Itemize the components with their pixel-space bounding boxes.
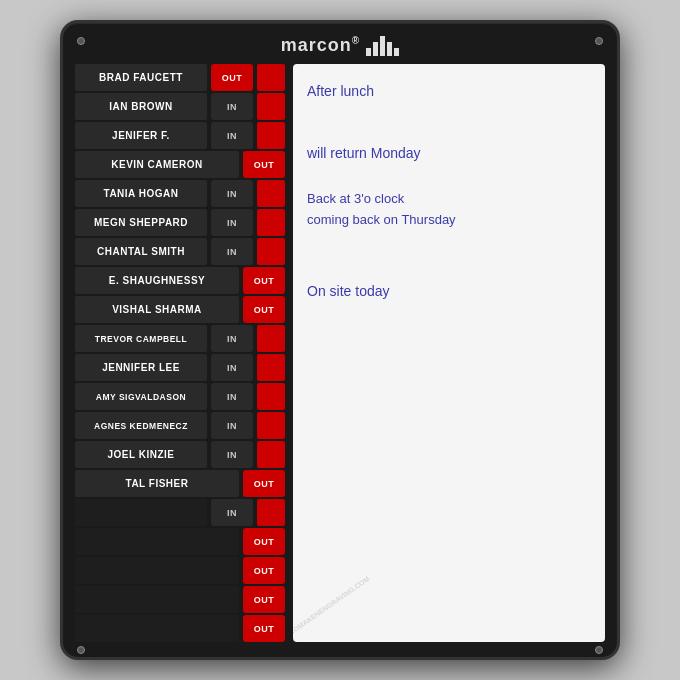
- name-label: JOEL KINZIE: [75, 441, 207, 468]
- name-label: AGNES KEDMENECZ: [75, 412, 207, 439]
- name-label: CHANTAL SMITH: [75, 238, 207, 265]
- red-indicator: [257, 209, 285, 236]
- in-button[interactable]: IN: [211, 209, 253, 236]
- table-row: KEVIN CAMERONOUT: [75, 151, 285, 178]
- out-button[interactable]: OUT: [243, 267, 285, 294]
- name-label: TREVOR CAMPBELL: [75, 325, 207, 352]
- in-button[interactable]: IN: [211, 383, 253, 410]
- screw-top-right: [595, 37, 603, 45]
- whiteboard-line3: Back at 3'o clock: [307, 189, 591, 210]
- red-indicator: [257, 441, 285, 468]
- table-row: E. SHAUGHNESSYOUT: [75, 267, 285, 294]
- red-indicator: [257, 64, 285, 91]
- name-label: [75, 499, 207, 526]
- table-row: BRAD FAUCETTOUT: [75, 64, 285, 91]
- table-row: OUT: [75, 528, 285, 555]
- name-label: E. SHAUGHNESSY: [75, 267, 239, 294]
- table-row: IAN BROWNIN: [75, 93, 285, 120]
- brand-name: marcon®: [281, 35, 360, 56]
- table-row: MEGN SHEPPARDIN: [75, 209, 285, 236]
- name-label: TAL FISHER: [75, 470, 239, 497]
- table-row: IN: [75, 499, 285, 526]
- out-button[interactable]: OUT: [243, 586, 285, 613]
- red-indicator: [257, 499, 285, 526]
- in-button[interactable]: IN: [211, 441, 253, 468]
- out-button[interactable]: OUT: [243, 470, 285, 497]
- table-row: TREVOR CAMPBELLIN: [75, 325, 285, 352]
- out-button[interactable]: OUT: [243, 528, 285, 555]
- footer-screws: [75, 646, 605, 654]
- board-header: marcon®: [75, 35, 605, 56]
- table-row: JENIFER F.IN: [75, 122, 285, 149]
- in-button[interactable]: IN: [211, 325, 253, 352]
- red-indicator: [257, 122, 285, 149]
- out-button[interactable]: OUT: [243, 151, 285, 178]
- name-label: [75, 615, 239, 642]
- red-indicator: [257, 93, 285, 120]
- in-button[interactable]: IN: [211, 93, 253, 120]
- table-row: TANIA HOGANIN: [75, 180, 285, 207]
- table-row: AGNES KEDMENECZIN: [75, 412, 285, 439]
- name-label: [75, 528, 239, 555]
- brand-icon: [366, 36, 399, 56]
- name-label: [75, 557, 239, 584]
- red-indicator: [257, 383, 285, 410]
- table-row: OUT: [75, 586, 285, 613]
- main-board: marcon® BRAD FAUCETTOUTIAN BROWNINJENIFE…: [60, 20, 620, 660]
- out-button[interactable]: OUT: [243, 557, 285, 584]
- screw-bottom-left: [77, 646, 85, 654]
- red-indicator: [257, 238, 285, 265]
- name-label: KEVIN CAMERON: [75, 151, 239, 178]
- whiteboard: After lunch will return Monday Back at 3…: [293, 64, 605, 642]
- table-row: OUT: [75, 615, 285, 642]
- name-label: TANIA HOGAN: [75, 180, 207, 207]
- table-row: OUT: [75, 557, 285, 584]
- table-row: TAL FISHEROUT: [75, 470, 285, 497]
- brand-logo: marcon®: [281, 35, 399, 56]
- whiteboard-line1: After lunch: [307, 80, 591, 102]
- red-indicator: [257, 325, 285, 352]
- name-label: MEGN SHEPPARD: [75, 209, 207, 236]
- table-row: CHANTAL SMITHIN: [75, 238, 285, 265]
- name-label: AMY SIGVALDASON: [75, 383, 207, 410]
- in-button[interactable]: IN: [211, 499, 253, 526]
- name-label: JENNIFER LEE: [75, 354, 207, 381]
- table-row: JOEL KINZIEIN: [75, 441, 285, 468]
- watermark: COMAKENENGRAVING.COM: [299, 576, 359, 636]
- name-label: IAN BROWN: [75, 93, 207, 120]
- name-label: VISHAL SHARMA: [75, 296, 239, 323]
- left-panel: BRAD FAUCETTOUTIAN BROWNINJENIFER F.INKE…: [75, 64, 285, 642]
- in-button[interactable]: IN: [211, 122, 253, 149]
- out-button[interactable]: OUT: [243, 296, 285, 323]
- in-button[interactable]: IN: [211, 412, 253, 439]
- whiteboard-line5: On site today: [307, 280, 591, 302]
- red-indicator: [257, 412, 285, 439]
- board-content: BRAD FAUCETTOUTIAN BROWNINJENIFER F.INKE…: [75, 64, 605, 642]
- in-button[interactable]: IN: [211, 354, 253, 381]
- whiteboard-line4: coming back on Thursday: [307, 210, 591, 231]
- name-label: [75, 586, 239, 613]
- table-row: AMY SIGVALDASONIN: [75, 383, 285, 410]
- table-row: JENNIFER LEEIN: [75, 354, 285, 381]
- red-indicator: [257, 180, 285, 207]
- whiteboard-line2: will return Monday: [307, 142, 591, 164]
- in-button[interactable]: IN: [211, 238, 253, 265]
- out-button[interactable]: OUT: [243, 615, 285, 642]
- table-row: VISHAL SHARMAOUT: [75, 296, 285, 323]
- in-button[interactable]: IN: [211, 180, 253, 207]
- screw-top-left: [77, 37, 85, 45]
- red-indicator: [257, 354, 285, 381]
- screw-bottom-right: [595, 646, 603, 654]
- name-label: BRAD FAUCETT: [75, 64, 207, 91]
- name-label: JENIFER F.: [75, 122, 207, 149]
- out-button[interactable]: OUT: [211, 64, 253, 91]
